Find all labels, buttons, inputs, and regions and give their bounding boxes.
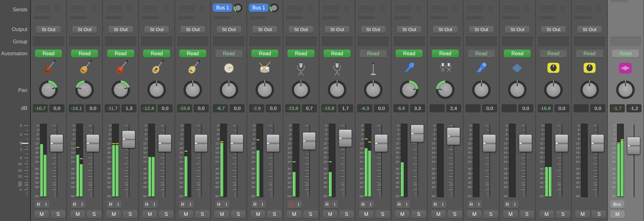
pan-knob[interactable]: +40 <box>399 80 419 101</box>
solo-button[interactable]: S <box>195 210 210 218</box>
solo-button[interactable]: S <box>375 210 390 218</box>
fader-cap[interactable] <box>158 134 171 152</box>
output-button[interactable]: St Out <box>433 26 458 33</box>
pan-knob[interactable]: -35 <box>75 80 94 101</box>
fader-level-display[interactable]: 2,4 <box>446 104 461 112</box>
peak-level-display[interactable]: -12,4 <box>141 104 156 112</box>
send-level-knob[interactable] <box>269 3 279 14</box>
input-monitor-button[interactable]: I <box>331 200 338 208</box>
automation-mode-button[interactable]: Read <box>612 50 639 57</box>
send-slot-2[interactable] <box>69 16 87 20</box>
send-slot-1[interactable] <box>286 4 304 13</box>
automation-mode-button[interactable]: Read <box>504 50 531 57</box>
fader-level-display[interactable]: 0,0 <box>554 104 569 112</box>
record-enable-button[interactable]: R <box>359 200 367 208</box>
send-bus-button[interactable]: Bus 1 <box>249 3 269 12</box>
automation-mode-button[interactable]: Read <box>143 50 170 57</box>
group-slot[interactable] <box>430 37 461 46</box>
record-enable-button[interactable]: R <box>107 200 114 208</box>
input-monitor-button[interactable]: I <box>439 200 447 208</box>
solo-button[interactable]: S <box>556 210 570 218</box>
automation-mode-button[interactable]: Read <box>360 50 387 57</box>
output-button[interactable]: St Out <box>72 26 97 33</box>
record-enable-button[interactable]: R <box>504 200 511 208</box>
mute-button[interactable]: M <box>467 210 482 218</box>
condenser-mic-icon[interactable] <box>329 60 345 77</box>
fader-cap[interactable] <box>339 129 352 147</box>
mic-blue-icon[interactable] <box>401 60 417 77</box>
group-slot[interactable] <box>502 37 533 46</box>
send-knob-slot[interactable] <box>54 4 62 13</box>
pan-knob[interactable] <box>183 80 203 101</box>
peak-level-display[interactable] <box>574 104 589 112</box>
input-monitor-button[interactable]: I <box>223 200 230 208</box>
record-enable-button[interactable]: R <box>143 200 151 208</box>
automation-mode-button[interactable]: Read <box>432 50 459 57</box>
pan-knob[interactable] <box>616 80 635 101</box>
record-enable-button[interactable]: R <box>179 200 187 208</box>
output-button[interactable]: St Out <box>397 26 421 33</box>
record-enable-button[interactable]: R <box>468 200 475 208</box>
solo-button[interactable]: S <box>339 210 354 218</box>
send-slot-2[interactable] <box>394 16 412 20</box>
fader-cap[interactable] <box>627 137 640 154</box>
mute-button[interactable]: M <box>323 210 338 218</box>
automation-mode-button[interactable]: Read <box>71 50 98 57</box>
solo-button[interactable]: S <box>447 210 462 218</box>
input-monitor-button[interactable]: I <box>259 200 266 208</box>
waveform-magenta-icon[interactable] <box>618 60 633 77</box>
mute-button[interactable]: M <box>287 210 302 218</box>
automation-mode-button[interactable]: Read <box>540 50 567 57</box>
output-button[interactable]: St Out <box>505 26 530 33</box>
input-monitor-button[interactable]: I <box>42 200 50 208</box>
send-slot-1[interactable] <box>538 4 556 13</box>
record-enable-button[interactable]: R <box>35 200 42 208</box>
output-button[interactable]: St Out <box>289 26 313 33</box>
group-slot[interactable] <box>213 37 244 46</box>
snare-drum-icon[interactable] <box>257 60 273 77</box>
record-enable-button[interactable]: R <box>251 200 259 208</box>
group-slot[interactable] <box>69 37 100 46</box>
send-slot-2[interactable] <box>430 16 448 20</box>
output-button[interactable]: St Out <box>361 26 386 33</box>
group-slot[interactable] <box>286 37 317 46</box>
automation-mode-button[interactable]: Read <box>35 50 62 57</box>
condenser-mic-icon[interactable] <box>293 60 309 77</box>
send-slot-2[interactable] <box>538 16 556 20</box>
pan-knob[interactable] <box>580 80 599 101</box>
send-slot-2[interactable] <box>249 16 268 20</box>
peak-level-display[interactable]: -6,7 <box>213 104 228 112</box>
send-knob-slot[interactable] <box>378 4 387 13</box>
output-button[interactable]: St Out <box>325 26 349 33</box>
waveform-blue-icon[interactable] <box>509 60 525 77</box>
send-slot-2[interactable] <box>466 16 484 20</box>
send-knob-slot[interactable] <box>595 4 603 13</box>
fader-level-display[interactable]: 0,0 <box>86 104 101 112</box>
record-enable-button[interactable]: R <box>215 200 223 208</box>
group-slot[interactable] <box>322 37 353 46</box>
fader-level-display[interactable]: 0,0 <box>230 104 245 112</box>
send-slot-2[interactable] <box>502 16 520 20</box>
pan-knob[interactable]: +35 <box>39 80 58 101</box>
peak-level-display[interactable]: -6,6 <box>393 104 408 112</box>
send-slot-1[interactable] <box>322 4 340 13</box>
automation-mode-button[interactable]: Read <box>324 50 351 57</box>
send-slot-1[interactable] <box>430 4 448 13</box>
record-enable-button[interactable]: R <box>396 200 403 208</box>
fader-level-display[interactable]: -1,2 <box>626 104 641 112</box>
mute-button[interactable]: M <box>142 210 157 218</box>
group-slot[interactable] <box>141 37 172 46</box>
fader-level-display[interactable]: 0,0 <box>518 104 533 112</box>
output-button[interactable]: St Out <box>108 26 133 33</box>
peak-level-display[interactable]: -15,8 <box>285 104 300 112</box>
pan-knob[interactable] <box>219 80 239 101</box>
pan-knob[interactable] <box>508 80 527 101</box>
group-slot[interactable] <box>574 37 605 46</box>
send-slot-2[interactable] <box>213 16 231 20</box>
send-level-knob[interactable] <box>233 3 243 14</box>
send-knob-slot[interactable] <box>451 4 459 13</box>
send-slot-2[interactable] <box>574 16 592 20</box>
pan-knob[interactable] <box>472 80 491 101</box>
automation-mode-button[interactable]: Read <box>468 50 495 57</box>
fader-track[interactable] <box>634 124 635 197</box>
